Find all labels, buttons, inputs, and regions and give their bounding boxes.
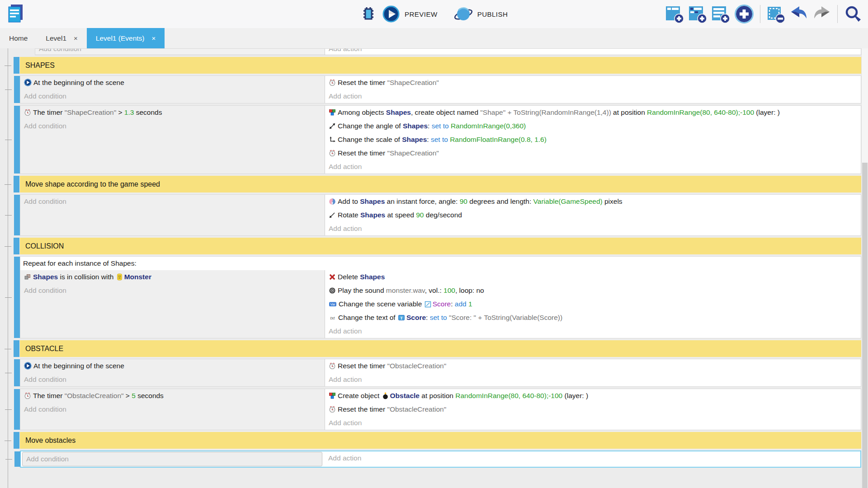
event-selection-bar[interactable] (14, 432, 19, 449)
action-line[interactable]: Add to Shapes an instant force, angle: 9… (325, 195, 861, 208)
comment-row[interactable]: COLLISION (20, 238, 861, 254)
add-condition-button[interactable]: Add condition (20, 373, 325, 386)
event-row[interactable]: The timer "ObstacleCreation" > 5 seconds… (20, 389, 861, 430)
action-line[interactable]: Play the sound monster.wav, vol.: 100, l… (325, 284, 861, 297)
event-selection-bar[interactable] (14, 389, 20, 430)
text-segment: 1 (468, 300, 472, 308)
action-line[interactable]: Reset the timer "ShapeCreation" (325, 76, 861, 89)
add-condition-button[interactable]: Add condition (23, 452, 322, 466)
event-selection-bar[interactable] (14, 176, 19, 192)
undo-icon[interactable] (789, 5, 808, 23)
tab-label: Level1 (Events) (96, 34, 145, 42)
add-action-button[interactable]: Add action (325, 48, 861, 55)
event-selection-bar[interactable] (14, 257, 20, 338)
search-icon[interactable] (844, 5, 863, 23)
comment-row[interactable]: SHAPES (20, 57, 861, 74)
condition-line[interactable]: The timer "ShapeCreation" > 1.3 seconds (20, 106, 325, 119)
add-condition-button[interactable]: Add condition (20, 119, 325, 133)
preview-play-icon[interactable] (382, 5, 400, 23)
action-line[interactable]: Rotate Shapes at speed 90 deg/second (325, 208, 861, 222)
add-event-icon[interactable] (665, 5, 684, 23)
event-selection-bar[interactable] (14, 106, 20, 174)
action-line[interactable]: Reset the timer "ObstacleCreation" (325, 403, 861, 416)
add-sub-event-icon[interactable] (688, 5, 707, 23)
text-segment: set to (430, 314, 449, 321)
angle-icon (329, 122, 338, 130)
debug-icon[interactable] (359, 5, 377, 23)
publish-globe-icon[interactable] (454, 5, 473, 23)
text-segment: at position (420, 392, 455, 399)
text-segment: Obstacle (390, 392, 420, 399)
add-action-button[interactable]: Add action (325, 160, 861, 174)
condition-line[interactable]: At the beginning of the scene (20, 76, 325, 89)
add-condition-button[interactable]: Add condition (20, 89, 325, 103)
action-line[interactable]: Among objects Shapes, create object name… (325, 106, 861, 119)
event-row[interactable]: Add conditionAdd to Shapes an instant fo… (20, 194, 861, 236)
text-segment: "ShapeCreation" (65, 108, 116, 116)
tab-close-icon[interactable]: × (152, 34, 156, 42)
add-action-button[interactable]: Add action (325, 89, 861, 103)
add-action-button[interactable]: Add action (325, 222, 861, 235)
text-segment: 90 (460, 197, 467, 205)
action-line[interactable]: Change the angle of Shapes: set to Rando… (325, 119, 861, 133)
action-line[interactable]: txtChange the text of TScore: set to "Sc… (325, 311, 861, 324)
comment-row[interactable]: OBSTACLE (20, 340, 861, 357)
comment-text: Move obstacles (25, 436, 75, 445)
add-action-button[interactable]: Add action (325, 324, 861, 338)
tab-level1-events[interactable]: Level1 (Events) × (87, 28, 165, 48)
event-row[interactable]: At the beginning of the sceneAdd conditi… (20, 75, 861, 103)
tab-level1[interactable]: Level1 × (37, 28, 86, 48)
condition-line[interactable]: Shapes is in collision with Monster (20, 270, 325, 284)
event-selection-bar[interactable] (14, 195, 20, 235)
condition-line[interactable]: The timer "ObstacleCreation" > 5 seconds (20, 389, 325, 403)
action-line[interactable]: Reset the timer "ObstacleCreation" (325, 359, 861, 373)
comment-row[interactable]: Move shape according to the game speed (20, 176, 861, 192)
action-line[interactable]: Change the scale of Shapes: set to Rando… (325, 133, 861, 146)
condition-line[interactable]: At the beginning of the scene (20, 359, 325, 373)
event-row[interactable]: At the beginning of the sceneAdd conditi… (20, 359, 861, 387)
add-comment-icon[interactable] (711, 5, 730, 23)
add-action-button[interactable]: Add action (325, 451, 860, 465)
event-selection-bar[interactable] (14, 238, 19, 254)
action-line[interactable]: VarChange the scene variable Score: add … (325, 297, 861, 311)
project-manager-icon[interactable] (5, 3, 25, 24)
add-action-button[interactable]: Add action (325, 373, 861, 386)
for-each-header[interactable]: Repeat for each instance of Shapes: (20, 257, 861, 270)
tree-tick (5, 373, 12, 373)
add-action-button[interactable]: Add action (325, 416, 861, 430)
tab-close-icon[interactable]: × (74, 34, 78, 42)
action-line[interactable]: Reset the timer "ShapeCreation" (325, 146, 861, 160)
publish-button[interactable]: PUBLISH (477, 10, 508, 18)
action-line[interactable]: Create object Obstacle at position Rando… (325, 389, 861, 403)
scrollbar-thumb[interactable] (862, 163, 868, 488)
text-segment: Reset the timer (338, 79, 387, 86)
event-selection-bar[interactable] (14, 359, 20, 386)
add-condition-button[interactable]: Add condition (20, 195, 325, 208)
event-selection-bar[interactable] (14, 57, 19, 74)
action-line[interactable]: Delete Shapes (325, 270, 861, 284)
actions-column: Add to Shapes an instant force, angle: 9… (325, 195, 861, 235)
text-segment: Shapes (386, 108, 411, 116)
comment-row[interactable]: Move obstacles (20, 432, 861, 449)
text-segment: Shapes (33, 273, 58, 281)
tab-home[interactable]: Home (0, 28, 37, 48)
tree-tick (5, 246, 11, 247)
add-condition-button[interactable]: Add condition (20, 284, 325, 297)
preview-button[interactable]: PREVIEW (405, 10, 438, 18)
actions-column: Delete ShapesPlay the sound monster.wav,… (325, 270, 861, 338)
add-circle-icon[interactable] (734, 4, 754, 24)
event-selection-bar[interactable] (14, 340, 19, 357)
delete-selection-icon[interactable] (766, 5, 785, 23)
redo-icon[interactable] (812, 5, 831, 23)
text-segment: 5 (132, 392, 136, 399)
event-row[interactable]: Repeat for each instance of Shapes:Shape… (20, 256, 861, 338)
add-condition-button[interactable]: Add condition (20, 403, 325, 416)
event-row-selected[interactable]: Add conditionAdd action (20, 450, 861, 468)
event-row[interactable]: Add conditionAdd action (35, 48, 861, 55)
scrollbar[interactable] (861, 48, 868, 488)
text-segment: Add action (329, 419, 362, 427)
event-row[interactable]: The timer "ShapeCreation" > 1.3 secondsA… (20, 105, 861, 174)
event-selection-bar[interactable] (14, 76, 20, 103)
add-condition-button[interactable]: Add condition (35, 48, 325, 55)
event-selection-bar[interactable] (14, 451, 20, 467)
